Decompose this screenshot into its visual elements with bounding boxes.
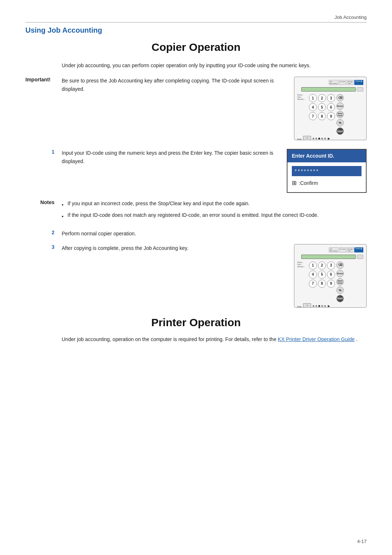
- confirm-icon: ⊞: [292, 178, 297, 188]
- dot-3: [318, 138, 320, 139]
- step-1-row: 1 Input your ID-code using the numeric k…: [25, 149, 367, 193]
- interrupt-label-2: Int rrupt: [339, 247, 346, 252]
- enter-area-2: Enter ⏎ ▶: [297, 303, 363, 308]
- reset-key-2: Reset: [336, 270, 344, 277]
- step-3-row: 3 After copying is complete, press the J…: [25, 244, 367, 308]
- arrow-right-2: ▶: [328, 304, 330, 308]
- side-keys-2: ⌫ Reset Stop/Clear % Start: [336, 262, 344, 302]
- step-1-with-image: Input your ID-code using the numeric key…: [62, 149, 367, 193]
- important-left: Important! Be sure to press the Job Acco…: [25, 77, 294, 140]
- key-9-2: 9: [327, 280, 335, 288]
- step-3-left: 3: [25, 244, 62, 308]
- step-1-number: 1: [25, 149, 62, 155]
- copier-panel-2: JobAccounting Int rrupt EnergySave Power…: [294, 244, 367, 308]
- printer-driver-link[interactable]: KX Printer Driver Operation Guide: [278, 336, 355, 342]
- printer-operation-title: Printer Operation: [25, 316, 367, 329]
- dot-5: [324, 138, 326, 139]
- job-accounting-label-2: JobAccounting: [329, 247, 338, 252]
- ready-label-2: Ready ○: [297, 262, 309, 263]
- percent-key-1: %: [336, 119, 344, 126]
- enter-label-2: Enter: [297, 305, 302, 308]
- bullet-2: •: [62, 212, 65, 220]
- enter-label-1: Enter: [297, 138, 302, 140]
- printer-text-1: Under job accounting, operation on the c…: [62, 336, 278, 342]
- power-label-1: Power ⏻: [354, 80, 363, 85]
- enter-area-1: Enter ⏎ ▶: [297, 135, 363, 140]
- important-section: Important! Be sure to press the Job Acco…: [25, 77, 367, 140]
- page-number: 4-17: [357, 539, 367, 544]
- notes-label: Notes: [25, 199, 62, 205]
- lcd-screen-2: [301, 255, 356, 259]
- note-1-text: If you input an incorrect code, press th…: [68, 199, 250, 207]
- key-4-2: 4: [309, 271, 317, 279]
- account-id-asterisks: ********: [292, 166, 362, 176]
- key-4-1: 4: [309, 103, 317, 111]
- note-1: • If you input an incorrect code, press …: [62, 199, 367, 209]
- dot-4: [321, 138, 323, 139]
- lcd-row-1: [297, 87, 363, 93]
- stop-key-1: Stop/Clear: [336, 111, 344, 118]
- copier-panel-image-1: JobAccounting Int rrupt EnergySave Power…: [294, 77, 367, 140]
- job-accounting-label-1: JobAccounting: [329, 80, 338, 85]
- dot-1: [313, 138, 314, 139]
- top-bar-labels-1: JobAccounting Int rrupt EnergySave Power…: [329, 80, 363, 85]
- numpad-area-2: 1 2 3 4 5 6 7 8 9 ⌫ Reset: [309, 262, 363, 302]
- panel-top-bar-2: JobAccounting Int rrupt EnergySave Power…: [297, 247, 363, 252]
- data-label-2: Data ○: [297, 264, 309, 266]
- printer-text-2: .: [355, 336, 358, 342]
- step-3-number: 3: [25, 244, 62, 250]
- attention-label-2: Attention ○: [297, 266, 309, 268]
- account-id-box: Enter Account ID. ******** ⊞ :Confirm: [287, 149, 367, 193]
- key-1-2: 1: [309, 262, 317, 270]
- ready-label-1: Ready ○: [297, 94, 309, 96]
- important-label: Important!: [25, 77, 62, 140]
- step-1-text: Input your ID-code using the numeric key…: [62, 149, 279, 165]
- numpad-grid-1: 1 2 3 4 5 6 7 8 9: [309, 94, 335, 120]
- page-footer: 4-17: [357, 539, 367, 544]
- dot-10: [324, 305, 326, 307]
- panel-right-btn-1: [357, 87, 363, 92]
- confirm-text: :Confirm: [299, 179, 318, 187]
- energy-save-label-1: EnergySave: [347, 80, 354, 85]
- start-key-2: Start: [336, 295, 344, 302]
- key-1-1: 1: [309, 94, 317, 102]
- enter-box-1: ⏎: [303, 136, 311, 140]
- indicators-2: Ready ○ Data ○ Attention ○ 1 2 3 4 5 6: [297, 262, 363, 302]
- indicator-labels-1: Ready ○ Data ○ Attention ○: [297, 94, 309, 135]
- key-6-2: 6: [327, 271, 335, 279]
- bullet-1: •: [62, 201, 65, 209]
- dot-9: [321, 305, 323, 307]
- key-3-2: 3: [327, 262, 335, 270]
- dot-6: [313, 305, 314, 307]
- notes-content: • If you input an incorrect code, press …: [62, 199, 367, 223]
- step-3-text: After copying is complete, press the Job…: [62, 244, 294, 308]
- interrupt-label-1: Int rrupt: [339, 80, 346, 85]
- printer-operation-text: Under job accounting, operation on the c…: [62, 335, 367, 343]
- lcd-screen-1: [301, 87, 356, 92]
- key-7-2: 7: [309, 280, 317, 288]
- arrow-right-1: ▶: [328, 137, 330, 140]
- slash-key-2: ⌫: [336, 262, 344, 269]
- key-5-1: 5: [318, 103, 326, 111]
- top-bar-labels-2: JobAccounting Int rrupt EnergySave Power…: [329, 247, 363, 252]
- power-label-2: Power ⏻: [354, 247, 363, 252]
- key-6-1: 6: [327, 103, 335, 111]
- lcd-row-2: [297, 255, 363, 260]
- stop-key-2: Stop/Clear: [336, 278, 344, 285]
- account-id-header: Enter Account ID.: [287, 150, 366, 162]
- section-title: Using Job Accounting: [25, 26, 367, 35]
- dot-row-2: ▶: [313, 304, 330, 308]
- note-2: • If the input ID-code does not match an…: [62, 211, 367, 220]
- panel-top-bar-1: JobAccounting Int rrupt EnergySave Power…: [297, 80, 363, 85]
- copier-panel-image-2: JobAccounting Int rrupt EnergySave Power…: [294, 244, 367, 308]
- dot-row-1: ▶: [313, 137, 330, 140]
- panel-right-btn-2: [357, 255, 363, 259]
- dot-8: [318, 305, 320, 307]
- data-label-1: Data ○: [297, 96, 309, 98]
- reset-key-1: Reset: [336, 102, 344, 110]
- account-id-body: ******** ⊞ :Confirm: [287, 162, 366, 192]
- dot-2: [315, 138, 317, 139]
- energy-save-label-2: EnergySave: [347, 247, 354, 252]
- key-2-2: 2: [318, 262, 326, 270]
- step-1-content: Input your ID-code using the numeric key…: [62, 149, 367, 193]
